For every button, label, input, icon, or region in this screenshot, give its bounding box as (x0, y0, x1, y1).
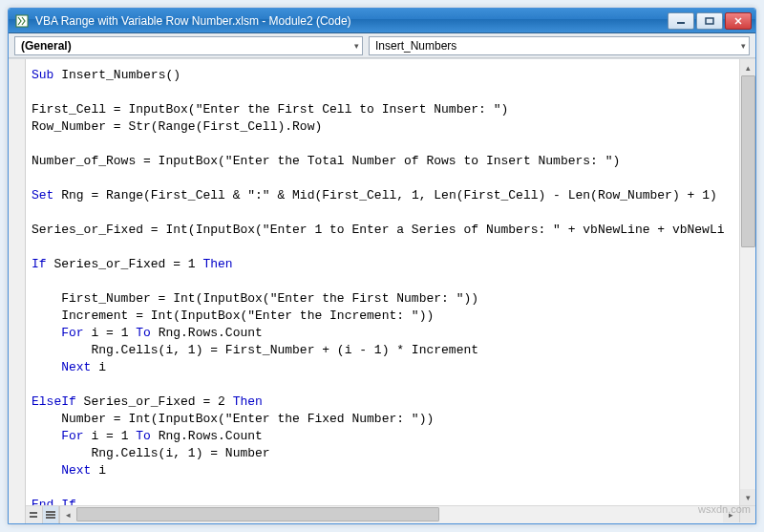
close-button[interactable] (725, 12, 752, 30)
code-toolbar: (General) ▾ Insert_Numbers ▾ (9, 33, 755, 58)
bottom-bar: ◂ ▸ (26, 505, 755, 523)
procedure-combo[interactable]: Insert_Numbers ▾ (369, 36, 750, 55)
svg-rect-5 (46, 511, 55, 513)
vba-module-icon (14, 13, 30, 29)
scroll-up-icon[interactable]: ▴ (740, 59, 755, 75)
svg-rect-1 (677, 22, 685, 24)
svg-rect-3 (30, 512, 37, 514)
chevron-down-icon: ▾ (741, 41, 746, 51)
vertical-scrollbar-thumb[interactable] (741, 75, 755, 247)
minimize-button[interactable] (668, 12, 694, 30)
object-combo[interactable]: (General) ▾ (14, 36, 363, 55)
code-scroll: Sub Insert_Numbers() First_Cell = InputB… (26, 59, 755, 505)
svg-rect-2 (706, 18, 713, 24)
procedure-combo-text: Insert_Numbers (375, 39, 456, 53)
editor-frame: Sub Insert_Numbers() First_Cell = InputB… (9, 58, 755, 523)
code-editor[interactable]: Sub Insert_Numbers() First_Cell = InputB… (26, 59, 755, 505)
maximize-button[interactable] (696, 12, 723, 30)
svg-rect-6 (46, 514, 55, 516)
watermark: wsxdn.com (698, 503, 751, 515)
svg-rect-7 (46, 517, 55, 519)
code-pane: Sub Insert_Numbers() First_Cell = InputB… (26, 59, 755, 523)
svg-rect-4 (30, 516, 37, 518)
horizontal-scrollbar-thumb[interactable] (76, 507, 439, 521)
horizontal-scrollbar[interactable]: ◂ ▸ (60, 506, 755, 523)
procedure-view-button[interactable] (26, 506, 43, 523)
scroll-left-icon[interactable]: ◂ (60, 506, 76, 522)
vertical-scrollbar[interactable]: ▴ ▾ (739, 59, 755, 505)
chevron-down-icon: ▾ (354, 41, 359, 51)
window-controls (668, 12, 752, 30)
window-title: VBA Range with Variable Row Number.xlsm … (35, 14, 668, 28)
object-combo-text: (General) (21, 39, 72, 53)
code-window: VBA Range with Variable Row Number.xlsm … (8, 8, 756, 524)
titlebar[interactable]: VBA Range with Variable Row Number.xlsm … (9, 9, 755, 33)
split-gutter[interactable] (9, 59, 26, 523)
view-mode-buttons (26, 506, 60, 523)
svg-rect-0 (16, 15, 28, 27)
full-module-view-button[interactable] (43, 506, 60, 523)
